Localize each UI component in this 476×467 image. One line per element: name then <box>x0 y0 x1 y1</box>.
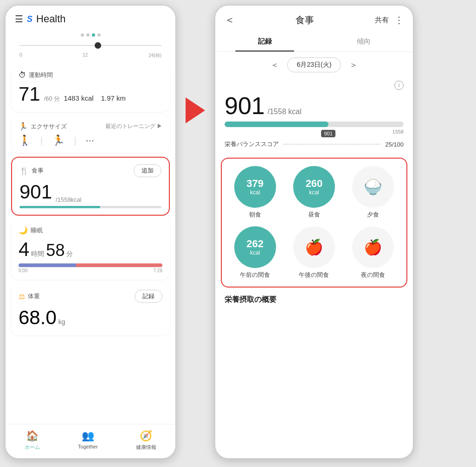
chart-label-24: 24(時) <box>148 52 161 59</box>
calorie-main: 901 /1558 kcal <box>225 92 404 120</box>
meal-lunch-circle: 260 kcal <box>293 166 335 208</box>
chart-line <box>19 45 161 46</box>
sleep-hours: 4 <box>19 238 29 261</box>
weight-icon: ⚖ <box>19 292 25 301</box>
meal-grid-wrapper: 379 kcal 朝食 260 kcal 昼食 🍚 <box>221 158 407 288</box>
hamburger-icon[interactable]: ☰ <box>15 13 23 25</box>
nutrition-score-value: 25/100 <box>385 141 404 148</box>
calorie-labels-row: 901 1558 <box>225 129 404 137</box>
nav-home[interactable]: 🏠 ホーム <box>25 430 40 451</box>
food-value-row: 901 /1558kcal <box>19 181 161 203</box>
meal-morning-snack[interactable]: 262 kcal 午前の間食 <box>229 226 281 279</box>
exsasize-header: 🏃 エクササイズ 最近のトレーニング ▶ <box>19 122 162 131</box>
weight-title: 体重 <box>28 292 40 301</box>
health-info-icon: 🧭 <box>140 430 152 442</box>
sleep-time-row: 0:00 7:28 <box>19 268 162 273</box>
right-actions: 共有 ⋮ <box>375 14 404 26</box>
share-button[interactable]: 共有 <box>375 16 389 25</box>
meal-dinner[interactable]: 🍚 夕食 <box>347 166 399 219</box>
exercise-kcal: 1483 kcal <box>64 94 93 102</box>
exercise-stats: 1483 kcal 1.97 km <box>64 94 126 102</box>
exercise-title: 運動時間 <box>29 71 53 79</box>
run-icon[interactable]: 🏃 <box>52 134 64 147</box>
food-progress <box>19 206 161 208</box>
meal-breakfast[interactable]: 379 kcal 朝食 <box>229 166 281 219</box>
meal-dinner-icon: 🍚 <box>364 178 382 196</box>
meal-lunch[interactable]: 260 kcal 昼食 <box>288 166 340 219</box>
meal-night-snack-circle: 🍎 <box>352 226 394 268</box>
meal-breakfast-unit: kcal <box>250 189 260 196</box>
nav-health-info[interactable]: 🧭 健康情報 <box>136 430 156 451</box>
sleep-start: 0:00 <box>19 268 27 273</box>
info-icon[interactable]: i <box>394 81 404 90</box>
weight-card: ⚖ 体重 記録 68.0 kg <box>11 283 170 335</box>
food-progress-fill <box>19 206 100 208</box>
together-icon: 👥 <box>82 430 94 442</box>
tab-kiroku[interactable]: 記録 <box>215 32 314 51</box>
tabs-row: 記録 傾向 <box>215 32 413 52</box>
meal-afternoon-snack-circle: 🍎 <box>293 226 335 268</box>
arrow-container <box>186 5 205 123</box>
sleep-row: 4 時間 58 分 <box>19 238 162 261</box>
meal-breakfast-label: 朝食 <box>249 211 261 219</box>
chart-label-0: 0 <box>19 52 22 59</box>
meal-lunch-kcal: 260 <box>306 178 323 189</box>
meal-morning-snack-label: 午前の間食 <box>240 271 270 279</box>
dot-2 <box>86 33 90 37</box>
divider-2: | <box>74 135 76 146</box>
weight-header: ⚖ 体重 記録 <box>19 290 162 303</box>
bottom-nav: 🏠 ホーム 👥 Together 🧭 健康情報 <box>6 424 175 458</box>
meal-afternoon-snack-icon: 🍎 <box>305 238 323 256</box>
meal-dinner-circle: 🍚 <box>352 166 394 208</box>
meal-afternoon-snack[interactable]: 🍎 午後の間食 <box>288 226 340 279</box>
meal-afternoon-snack-label: 午後の間食 <box>299 271 329 279</box>
chart-area: 0 12 24(時) <box>6 30 175 63</box>
tab-keiko[interactable]: 傾向 <box>314 32 413 51</box>
right-title: 食事 <box>296 14 314 26</box>
more-icon[interactable]: ··· <box>85 134 94 147</box>
meal-morning-snack-kcal: 262 <box>246 238 264 249</box>
walk-icon[interactable]: 🚶 <box>19 134 31 147</box>
food-header: 🍴 食事 追加 <box>19 164 161 177</box>
meal-night-snack-icon: 🍎 <box>364 238 382 256</box>
sleep-icon: 🌙 <box>19 226 28 235</box>
nav-together[interactable]: 👥 Together <box>78 430 98 451</box>
right-header: ＜ 食事 共有 ⋮ <box>215 6 413 32</box>
left-header: ☰ S Health <box>6 6 175 30</box>
dot-1 <box>81 33 84 37</box>
app-container: ☰ S Health 0 12 24(時) <box>5 5 471 459</box>
exsasize-card: 🏃 エクササイズ 最近のトレーニング ▶ 🚶 | 🏃 | ··· <box>11 115 170 153</box>
sleep-minutes: 58 <box>46 241 64 260</box>
exsasize-title-row: 🏃 エクササイズ <box>19 122 67 131</box>
home-icon: 🏠 <box>26 430 39 442</box>
more-button[interactable]: ⋮ <box>394 14 404 26</box>
app-title: Health <box>36 13 66 25</box>
exercise-unit: /60 分 <box>44 95 60 103</box>
together-label: Together <box>78 444 98 449</box>
date-display: 6月23日(火) <box>287 58 341 72</box>
chart-dots <box>81 33 101 37</box>
dot-4 <box>97 33 101 37</box>
date-next-button[interactable]: ＞ <box>346 58 361 72</box>
meal-morning-snack-circle: 262 kcal <box>234 226 276 268</box>
divider-1: | <box>40 135 43 146</box>
sleep-bar <box>19 263 162 267</box>
info-icon-row: i <box>225 81 404 90</box>
exercise-icon: ⏱ <box>19 71 26 79</box>
weight-record-button[interactable]: 記録 <box>135 290 162 303</box>
food-title: 食事 <box>32 166 44 175</box>
food-icon: 🍴 <box>19 166 29 175</box>
meal-dinner-label: 夕食 <box>367 211 379 219</box>
date-prev-button[interactable]: ＜ <box>267 58 283 72</box>
calorie-marker-label: 901 <box>321 130 335 137</box>
food-unit: /1558kcal <box>56 196 82 203</box>
health-info-label: 健康情報 <box>136 444 156 451</box>
exsasize-subtitle[interactable]: 最近のトレーニング ▶ <box>105 122 162 130</box>
chart-bar <box>15 38 166 52</box>
meal-night-snack[interactable]: 🍎 夜の間食 <box>347 226 399 279</box>
calorie-max: /1558 kcal <box>268 108 302 116</box>
back-button[interactable]: ＜ <box>225 13 235 27</box>
sleep-minutes-unit: 分 <box>66 250 73 258</box>
exercise-icons: 🚶 | 🏃 | ··· <box>19 134 162 147</box>
food-add-button[interactable]: 追加 <box>134 164 161 177</box>
